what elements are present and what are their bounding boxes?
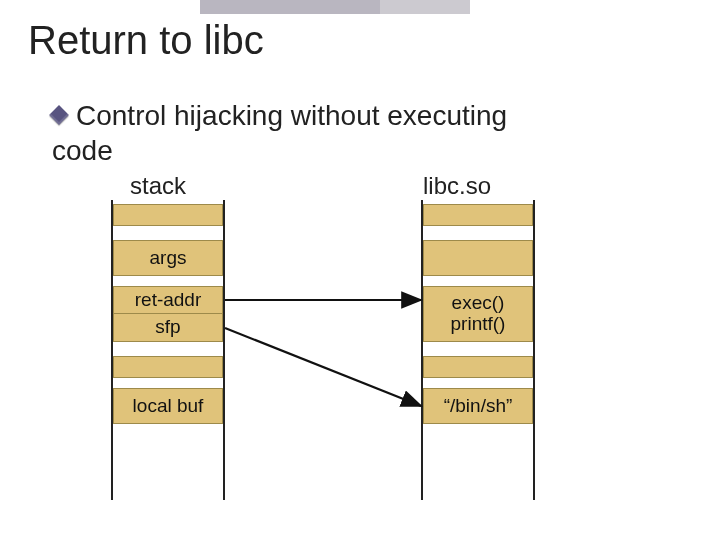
bullet-item: Control hijacking without executing code — [52, 98, 672, 168]
libc-cell-empty-2 — [423, 240, 533, 276]
decorative-bar-dark — [200, 0, 380, 14]
libc-column: exec() printf() “/bin/sh” — [421, 200, 535, 500]
stack-cell-local-buf: local buf — [113, 388, 223, 424]
stack-cell-empty-top — [113, 204, 223, 226]
libc-cell-empty-top — [423, 204, 533, 226]
stack-column: args ret-addr sfp local buf — [111, 200, 225, 500]
bullet-text-line2: code — [52, 133, 672, 168]
diamond-icon — [49, 105, 69, 125]
arrows-overlay — [0, 0, 720, 540]
libc-cell-exec-printf: exec() printf() — [423, 286, 533, 342]
decorative-bar-light — [380, 0, 470, 14]
stack-cell-args: args — [113, 240, 223, 276]
libc-cell-empty-mid — [423, 356, 533, 378]
bullet-text-line1: Control hijacking without executing — [76, 100, 507, 131]
slide-title: Return to libc — [28, 18, 264, 63]
libc-printf-label: printf() — [451, 313, 506, 334]
stack-cell-empty-mid — [113, 356, 223, 378]
stack-cell-ret-addr: ret-addr — [113, 286, 223, 314]
libc-exec-label: exec() — [452, 292, 505, 313]
stack-cell-sfp: sfp — [113, 314, 223, 342]
arrow-sfp-to-binsh — [225, 328, 421, 406]
stack-border-right — [223, 200, 225, 500]
libc-border-right — [533, 200, 535, 500]
libc-label: libc.so — [423, 172, 491, 200]
libc-cell-binsh: “/bin/sh” — [423, 388, 533, 424]
stack-label: stack — [130, 172, 186, 200]
